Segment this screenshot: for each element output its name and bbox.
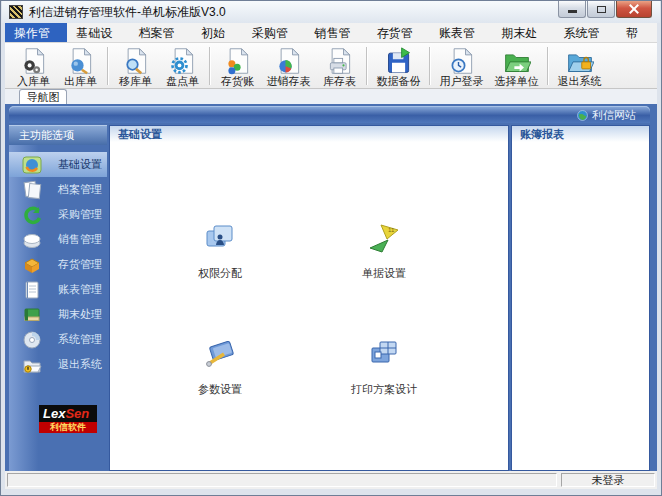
menu-bar: 操作管理 基础设置 档案管理 初始化 采购管理 销售管理 存货管理 账表管理 期… (5, 23, 657, 43)
toolbar-stock-report-button[interactable]: 库存表 (316, 45, 363, 87)
menu-item-ledger[interactable]: 账表管理 (430, 23, 492, 42)
sidebar-item-label: 基础设置 (58, 157, 102, 172)
svg-text:11: 11 (388, 227, 395, 233)
sidebar-item-label: 系统管理 (58, 332, 102, 347)
menu-item-archives[interactable]: 档案管理 (130, 23, 192, 42)
menu-item-purchase[interactable]: 采购管理 (243, 23, 305, 42)
sidebar-item-ledger[interactable]: 账表管理 (9, 277, 107, 302)
print-design-icon (367, 336, 401, 370)
stock-in-doc-icon (20, 47, 48, 75)
shortcut-params-settings[interactable]: 参数设置 (160, 336, 280, 397)
transfer-doc-icon (122, 47, 150, 75)
sales-icon (22, 230, 42, 250)
sidebar-item-sales[interactable]: 销售管理 (9, 227, 107, 252)
title-bar: 利信进销存管理软件-单机标准版V3.0 (2, 1, 660, 23)
close-button[interactable] (616, 1, 652, 18)
toolbar-button-label: 出库单 (64, 75, 97, 87)
toolbar-button-label: 库存表 (323, 75, 356, 87)
archives-icon (22, 180, 42, 200)
lexsen-logo: LexSen 利信软件 (39, 405, 97, 433)
tab-navigation-map[interactable]: 导航图 (19, 89, 67, 104)
minimize-button[interactable] (558, 1, 586, 18)
menu-item-basic-settings[interactable]: 基础设置 (67, 23, 129, 42)
shortcut-label: 打印方案设计 (324, 382, 444, 397)
toolbar-select-company-button[interactable]: 选择单位 (489, 45, 544, 87)
menu-item-operations[interactable]: 操作管理 (5, 23, 67, 42)
sidebar-item-inventory[interactable]: 存货管理 (9, 252, 107, 277)
toolbar-button-label: 选择单位 (495, 75, 539, 87)
toolbar-separator (429, 47, 431, 85)
website-link-label: 利信网站 (592, 108, 636, 123)
toolbar-stocktake-button[interactable]: 盘点单 (159, 45, 206, 87)
menu-item-initialize[interactable]: 初始化 (192, 23, 243, 42)
minimize-icon (568, 10, 577, 13)
sidebar-items: 基础设置 档案管理 采购管理 (9, 152, 107, 377)
website-link[interactable]: 利信网站 (577, 108, 636, 123)
toolbar-pss-report-button[interactable]: 进销存表 (261, 45, 316, 87)
lexsen-logo-text: LexSen (39, 405, 97, 422)
exit-system-icon (566, 47, 594, 75)
menu-item-period-end[interactable]: 期末处理 (492, 23, 554, 42)
shortcut-label: 单据设置 (324, 266, 444, 281)
sidebar-item-exit[interactable]: 退出系统 (9, 352, 107, 377)
toolbar-separator (366, 47, 368, 85)
toolbar-stock-in-button[interactable]: 入库单 (10, 45, 57, 87)
inventory-ledger-icon (224, 47, 252, 75)
pss-report-icon (275, 47, 303, 75)
maximize-button[interactable] (587, 1, 615, 18)
app-logo-icon (9, 5, 23, 19)
inventory-icon (22, 255, 42, 275)
toolbar-stock-out-button[interactable]: 出库单 (57, 45, 104, 87)
reports-panel: 账簿报表 (511, 125, 650, 471)
toolbar-exit-system-button[interactable]: 退出系统 (552, 45, 607, 87)
toolbar-transfer-button[interactable]: 移库单 (112, 45, 159, 87)
toolbar-button-label: 退出系统 (558, 75, 602, 87)
toolbar-button-label: 盘点单 (166, 75, 199, 87)
sidebar-item-period-end[interactable]: 期末处理 (9, 302, 107, 327)
status-bar: 未登录 (5, 471, 657, 489)
toolbar-data-backup-button[interactable]: 数据备份 (371, 45, 426, 87)
sidebar-item-label: 期末处理 (58, 307, 102, 322)
shortcut-print-design[interactable]: 打印方案设计 (324, 336, 444, 397)
main-panel-header: 基础设置 (110, 126, 508, 142)
toolbar-button-label: 移库单 (119, 75, 152, 87)
select-company-icon (503, 47, 531, 75)
sidebar-item-label: 档案管理 (58, 182, 102, 197)
user-login-icon (448, 47, 476, 75)
exit-icon (22, 355, 42, 375)
tab-bar: 导航图 (5, 89, 657, 104)
base-settings-icon (22, 155, 42, 175)
shortcut-permission[interactable]: 权限分配 (160, 220, 280, 281)
menu-item-inventory[interactable]: 存货管理 (368, 23, 430, 42)
data-backup-icon (385, 47, 413, 75)
toolbar-separator (547, 47, 549, 85)
ledger-icon (22, 280, 42, 300)
sidebar-item-purchase[interactable]: 采购管理 (9, 202, 107, 227)
shortcut-voucher-settings[interactable]: 11 单据设置 (324, 220, 444, 281)
purchase-icon (22, 205, 42, 225)
nav-banner: 利信网站 (9, 106, 650, 123)
system-icon (22, 330, 42, 350)
sidebar-item-label: 采购管理 (58, 207, 102, 222)
lexsen-logo-caption: 利信软件 (39, 422, 97, 433)
toolbar-button-label: 数据备份 (377, 75, 421, 87)
toolbar-button-label: 入库单 (17, 75, 50, 87)
sidebar-header: 主功能选项 (9, 125, 107, 145)
maximize-icon (597, 6, 606, 13)
toolbar-button-label: 存货账 (221, 75, 254, 87)
toolbar-inventory-ledger-button[interactable]: 存货账 (214, 45, 261, 87)
menu-item-sales[interactable]: 销售管理 (305, 23, 367, 42)
sidebar-item-base-settings[interactable]: 基础设置 (9, 152, 107, 177)
reports-panel-header: 账簿报表 (512, 126, 649, 142)
sidebar: 主功能选项 基础设置 档案管理 (9, 125, 107, 471)
menu-item-system[interactable]: 系统管理 (555, 23, 617, 42)
stock-out-doc-icon (67, 47, 95, 75)
sidebar-item-archives[interactable]: 档案管理 (9, 177, 107, 202)
menu-item-help[interactable]: 帮助 (617, 23, 657, 42)
sidebar-item-system[interactable]: 系统管理 (9, 327, 107, 352)
toolbar-user-login-button[interactable]: 用户登录 (434, 45, 489, 87)
sidebar-item-label: 账表管理 (58, 282, 102, 297)
window-title: 利信进销存管理软件-单机标准版V3.0 (29, 4, 226, 21)
app-window: 利信进销存管理软件-单机标准版V3.0 操作管理 基础设置 档案管理 初始化 采… (0, 0, 662, 496)
toolbar-button-label: 用户登录 (440, 75, 484, 87)
